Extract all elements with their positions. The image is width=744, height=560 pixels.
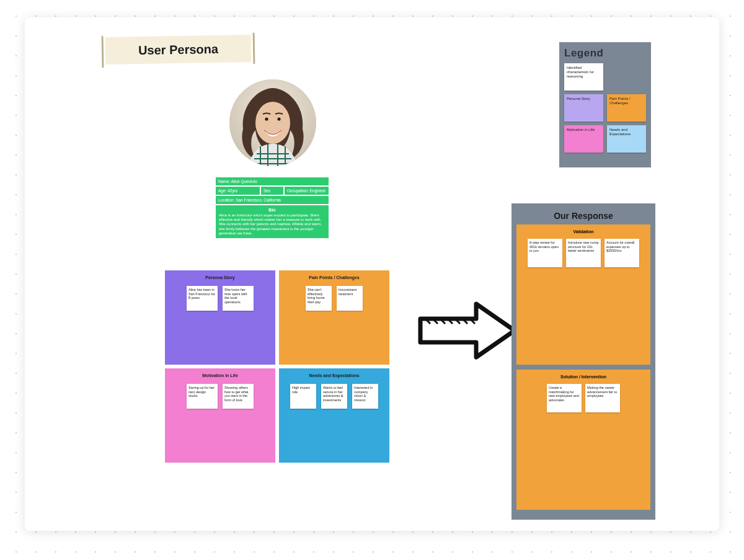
whiteboard-canvas[interactable]: User Persona [25,17,719,531]
response-validation-title: Validation [521,229,645,234]
sticky-note[interactable]: Inconsistent treatment [337,286,363,311]
sticky-note[interactable]: Account for overall expenses up to $2000… [604,239,639,267]
panel-needs[interactable]: Needs and Expectations High impact role … [279,368,389,463]
sticky-note[interactable]: High impact role [290,384,316,409]
svg-point-2 [265,117,268,120]
sticky-note[interactable]: Making the career advancement fair to em… [585,384,620,412]
legend-title: Legend [564,47,646,60]
info-occupation: Occupation: Engineer [285,187,329,195]
response-validation[interactable]: Validation 6-step review for 401k remain… [516,224,650,365]
sticky-note[interactable]: Showing others how to get what you want … [223,384,254,409]
response-solution[interactable]: Solution / Intervention Create a matchma… [516,370,650,510]
persona-info-block[interactable]: Name: Alice Quevedo Age: 42yrs Sex Occup… [216,177,329,238]
sticky-note[interactable]: She loves her time spent with the local … [223,286,254,311]
legend-item-needs[interactable]: Needs and Expectations [607,125,646,153]
info-bio: Bio Alice is an instructor who's super e… [216,205,329,238]
info-age: Age: 42yrs [216,187,260,195]
svg-point-3 [277,117,280,120]
legend-item-identified[interactable]: Identified characteristic for reasoning [564,63,603,91]
arrow-icon [415,296,521,365]
panel-title-pain: Pain Points / Challenges [285,275,383,280]
response-title: Our Response [516,211,650,221]
sticky-note[interactable]: Saving up for her next design studio [187,384,218,409]
panel-title-motivation: Motivation in Life [171,373,269,378]
panel-title-story: Persona Story [171,275,269,280]
sticky-note[interactable]: She can't effectively bring home their p… [306,286,332,311]
info-name: Name: Alice Quevedo [216,177,329,185]
bio-title: Bio [219,208,326,212]
svg-point-1 [255,102,290,144]
bio-text: Alice is an instructor who's super excit… [219,213,326,236]
legend-item-motivation[interactable]: Motivation in Life [564,125,603,153]
response-panel[interactable]: Our Response Validation 6-step review fo… [512,203,655,520]
persona-title-text: User Persona [138,42,218,57]
legend-item-story[interactable]: Persona Story [564,94,603,122]
info-sex: Sex [261,187,283,195]
persona-title-tag[interactable]: User Persona [105,35,252,64]
info-location: Location: San Francisco, California [216,196,329,204]
persona-avatar[interactable] [229,79,316,166]
sticky-note[interactable]: Interested in company vision & mission [352,384,378,409]
sticky-note[interactable]: 6-step review for 401k remains open to y… [528,239,562,267]
sticky-note[interactable]: Introduce new comp structure for 10x bet… [566,239,601,267]
sticky-note[interactable]: Create a matchmaking for new employees a… [547,384,582,412]
panel-title-needs: Needs and Expectations [285,373,383,378]
response-solution-title: Solution / Intervention [521,375,645,379]
panel-pain-points[interactable]: Pain Points / Challenges She can't effec… [279,270,389,365]
avatar-image [229,79,316,166]
sticky-note[interactable]: Alice has been in San Francisco for 8 ye… [187,286,218,311]
sticky-note[interactable]: Wants to feel secure in her adventures &… [321,384,347,409]
panel-persona-story[interactable]: Persona Story Alice has been in San Fran… [165,270,275,365]
panel-motivation[interactable]: Motivation in Life Saving up for her nex… [165,368,275,463]
legend-panel[interactable]: Legend Identified characteristic for rea… [559,42,651,167]
legend-item-pain[interactable]: Pain Points / Challenges [607,94,646,122]
